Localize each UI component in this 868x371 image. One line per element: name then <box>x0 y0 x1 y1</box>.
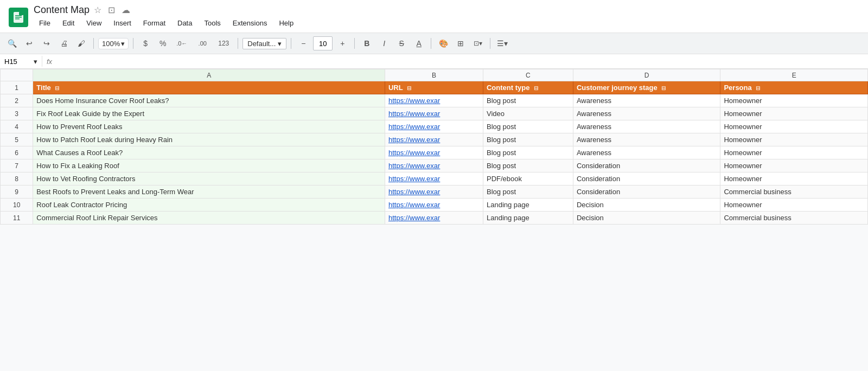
font-size-decrease-button[interactable]: − <box>296 36 311 51</box>
row-num-3[interactable]: 3 <box>1 107 33 120</box>
borders-button[interactable]: ⊞ <box>453 36 468 51</box>
header-cell-content-type[interactable]: Content type ⊟ <box>483 81 573 94</box>
cell-customer-journey[interactable]: Awareness <box>573 107 720 120</box>
row-num-8[interactable]: 8 <box>1 172 33 186</box>
search-button[interactable]: 🔍 <box>4 36 20 51</box>
zoom-selector[interactable]: 100% ▾ <box>98 38 129 49</box>
cell-url[interactable]: https://www.exar <box>385 146 483 159</box>
cell-title[interactable]: How to Fix a Leaking Roof <box>33 159 385 172</box>
cell-customer-journey[interactable]: Consideration <box>573 159 720 172</box>
formula-input[interactable] <box>56 57 864 66</box>
cell-title[interactable]: How to Prevent Roof Leaks <box>33 120 385 133</box>
cell-customer-journey[interactable]: Awareness <box>573 146 720 159</box>
doc-title[interactable]: Content Map <box>34 4 90 16</box>
row-num-4[interactable]: 4 <box>1 120 33 133</box>
cell-ref-dropdown-icon[interactable]: ▾ <box>34 57 37 66</box>
row-num-2[interactable]: 2 <box>1 94 33 107</box>
menu-data[interactable]: Data <box>172 17 197 29</box>
cell-persona[interactable]: Homeowner <box>720 172 868 186</box>
cloud-icon[interactable]: ☁ <box>122 5 130 15</box>
cell-title[interactable]: Roof Leak Contractor Pricing <box>33 199 385 212</box>
currency-button[interactable]: $ <box>138 36 153 51</box>
col-header-c[interactable]: C <box>483 69 573 81</box>
strikethrough-button[interactable]: S <box>394 36 409 51</box>
row-num-5[interactable]: 5 <box>1 133 33 146</box>
cell-content-type[interactable]: Blog post <box>483 186 573 199</box>
cell-url[interactable]: https://www.exar <box>385 107 483 120</box>
col-header-a[interactable]: A <box>33 69 385 81</box>
underline-button[interactable]: A <box>411 36 426 51</box>
cell-content-type[interactable]: Landing page <box>483 212 573 225</box>
decimal-decrease-button[interactable]: .0← <box>173 36 191 51</box>
cell-persona[interactable]: Homeowner <box>720 133 868 146</box>
cell-persona[interactable]: Commercial business <box>720 212 868 225</box>
row-num-9[interactable]: 9 <box>1 186 33 199</box>
filter-icon-persona[interactable]: ⊟ <box>756 85 760 91</box>
percent-button[interactable]: % <box>155 36 170 51</box>
menu-file[interactable]: File <box>34 17 56 29</box>
cell-customer-journey[interactable]: Decision <box>573 199 720 212</box>
cell-url[interactable]: https://www.exar <box>385 186 483 199</box>
decimal-increase-button[interactable]: .00 <box>193 36 212 51</box>
filter-icon-content-type[interactable]: ⊟ <box>534 85 538 91</box>
bold-button[interactable]: B <box>359 36 374 51</box>
header-cell-title[interactable]: Title ⊟ <box>33 81 385 94</box>
row-num-7[interactable]: 7 <box>1 159 33 172</box>
menu-tools[interactable]: Tools <box>199 17 226 29</box>
cell-url[interactable]: https://www.exar <box>385 94 483 107</box>
cell-customer-journey[interactable]: Decision <box>573 212 720 225</box>
menu-help[interactable]: Help <box>273 17 299 29</box>
col-header-d[interactable]: D <box>573 69 720 81</box>
cell-url[interactable]: https://www.exar <box>385 159 483 172</box>
italic-button[interactable]: I <box>376 36 392 51</box>
font-size-increase-button[interactable]: + <box>335 36 350 51</box>
print-button[interactable]: 🖨 <box>56 36 72 51</box>
filter-icon-url[interactable]: ⊟ <box>407 85 411 91</box>
cell-title[interactable]: Fix Roof Leak Guide by the Expert <box>33 107 385 120</box>
cell-title[interactable]: What Causes a Roof Leak? <box>33 146 385 159</box>
merge-cells-button[interactable]: ⊡▾ <box>470 36 486 51</box>
cell-customer-journey[interactable]: Consideration <box>573 172 720 186</box>
font-size-input[interactable]: 10 <box>313 36 333 50</box>
cell-content-type[interactable]: Landing page <box>483 199 573 212</box>
font-name-selector[interactable]: Default... ▾ <box>242 38 286 49</box>
cell-url[interactable]: https://www.exar <box>385 172 483 186</box>
cell-persona[interactable]: Homeowner <box>720 94 868 107</box>
cell-persona[interactable]: Commercial business <box>720 186 868 199</box>
col-header-e[interactable]: E <box>720 69 868 81</box>
cell-title[interactable]: Best Roofs to Prevent Leaks and Long-Ter… <box>33 186 385 199</box>
filter-icon-title[interactable]: ⊟ <box>55 85 59 91</box>
cell-url[interactable]: https://www.exar <box>385 212 483 225</box>
undo-button[interactable]: ↩ <box>22 36 37 51</box>
cell-reference-input[interactable]: H15 <box>4 57 31 66</box>
cell-content-type[interactable]: PDF/ebook <box>483 172 573 186</box>
cell-content-type[interactable]: Blog post <box>483 146 573 159</box>
cell-customer-journey[interactable]: Consideration <box>573 186 720 199</box>
cell-title[interactable]: How to Vet Roofing Contractors <box>33 172 385 186</box>
menu-edit[interactable]: Edit <box>57 17 80 29</box>
cell-content-type[interactable]: Blog post <box>483 120 573 133</box>
cell-content-type[interactable]: Blog post <box>483 94 573 107</box>
filter-icon-journey[interactable]: ⊟ <box>661 85 666 91</box>
menu-view[interactable]: View <box>81 17 107 29</box>
fill-color-button[interactable]: 🎨 <box>436 36 451 51</box>
format-123-button[interactable]: 123 <box>214 36 233 51</box>
row-num-10[interactable]: 10 <box>1 199 33 212</box>
cell-title[interactable]: Commercial Roof Link Repair Services <box>33 212 385 225</box>
col-header-b[interactable]: B <box>385 69 483 81</box>
header-cell-persona[interactable]: Persona ⊟ <box>720 81 868 94</box>
header-cell-url[interactable]: URL ⊟ <box>385 81 483 94</box>
cell-customer-journey[interactable]: Awareness <box>573 133 720 146</box>
menu-extensions[interactable]: Extensions <box>227 17 273 29</box>
align-button[interactable]: ☰▾ <box>495 36 510 51</box>
cell-customer-journey[interactable]: Awareness <box>573 94 720 107</box>
cell-url[interactable]: https://www.exar <box>385 199 483 212</box>
cell-persona[interactable]: Homeowner <box>720 120 868 133</box>
cell-content-type[interactable]: Blog post <box>483 133 573 146</box>
row-num-1[interactable]: 1 <box>1 81 33 94</box>
cell-content-type[interactable]: Video <box>483 107 573 120</box>
move-icon[interactable]: ⊡ <box>108 5 115 15</box>
redo-button[interactable]: ↪ <box>39 36 54 51</box>
paint-format-button[interactable]: 🖌 <box>74 36 89 51</box>
cell-title[interactable]: Does Home Insurance Cover Roof Leaks? <box>33 94 385 107</box>
